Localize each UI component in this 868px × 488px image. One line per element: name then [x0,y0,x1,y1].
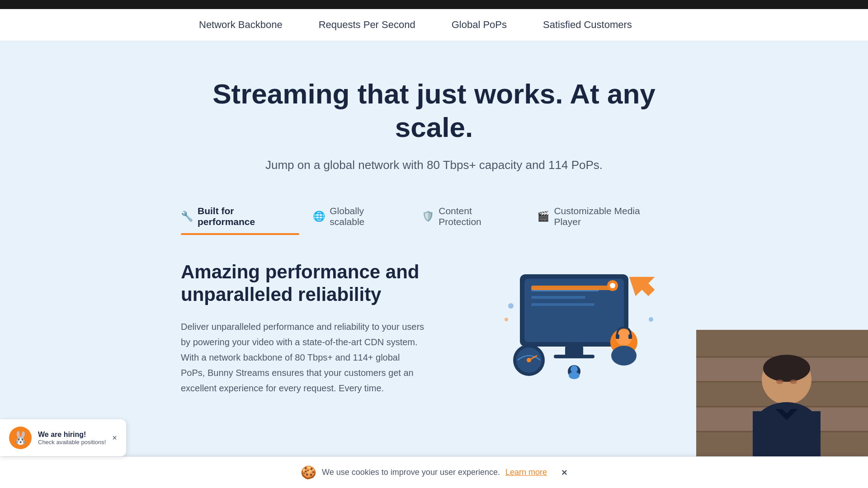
svg-rect-5 [531,286,617,290]
top-bar [0,0,868,9]
svg-rect-12 [616,334,619,339]
hiring-text-block: We are hiring! Check available positions… [38,431,106,446]
tab-built-for-performance-label: Built for performance [198,206,287,227]
nav-item-requests-per-second[interactable]: Requests Per Second [301,9,434,41]
svg-point-21 [569,372,580,379]
tab-built-for-performance[interactable]: 🔧 Built for performance [181,199,299,234]
tab-globally-scalable-label: Globally scalable [330,206,396,227]
hero-title: Streaming that just works. At any scale. [181,77,687,145]
protection-icon: 🛡️ [422,211,434,222]
nav-bar: Network Backbone Requests Per Second Glo… [0,9,868,41]
svg-marker-22 [623,264,661,302]
svg-point-39 [790,380,797,384]
cookie-text: We use cookies to improve your user expe… [322,468,500,477]
svg-point-38 [776,380,783,384]
video-overlay [696,330,868,456]
svg-point-14 [611,346,637,366]
tab-customizable-media-player-label: Customizable Media Player [554,206,661,227]
cookie-close-button[interactable]: × [561,467,567,479]
svg-point-24 [505,318,508,321]
hiring-banner: 🐰 We are hiring! Check available positio… [0,419,126,456]
hiring-title: We are hiring! [38,431,106,439]
illustration [484,261,665,387]
feature-image [461,261,687,387]
nav-item-network-backbone[interactable]: Network Backbone [181,9,301,41]
tab-content-protection[interactable]: 🛡️ Content Protection [422,199,524,234]
tab-content-protection-label: Content Protection [439,206,511,227]
svg-point-23 [508,303,514,309]
nav-inner: Network Backbone Requests Per Second Glo… [181,9,687,41]
svg-point-25 [649,317,653,322]
video-placeholder [696,330,868,456]
svg-rect-4 [531,303,594,306]
svg-rect-7 [554,355,594,358]
tab-navigation: 🔧 Built for performance 🌐 Globally scala… [181,199,687,234]
media-player-icon: 🎬 [537,211,549,222]
scalable-icon: 🌐 [313,211,325,222]
svg-rect-13 [628,334,632,339]
feature-section: Amazing performance andunparalleled reli… [181,234,687,414]
feature-title: Amazing performance andunparalleled reli… [181,261,425,306]
feature-description: Deliver unparalleled performance and rel… [181,319,425,396]
cookie-banner: 🍪 We use cookies to improve your user ex… [0,457,868,488]
svg-point-37 [763,355,810,382]
performance-icon: 🔧 [181,211,193,222]
cookie-icon: 🍪 [301,465,316,480]
svg-rect-6 [565,347,583,356]
cookie-learn-more-link[interactable]: Learn more [505,468,547,477]
hiring-close-button[interactable]: × [112,433,117,443]
svg-rect-3 [531,296,585,299]
svg-point-9 [610,283,615,288]
hero-subtitle: Jump on a global network with 80 Tbps+ c… [181,158,687,172]
tab-customizable-media-player[interactable]: 🎬 Customizable Media Player [537,199,674,234]
nav-item-satisfied-customers[interactable]: Satisfied Customers [525,9,650,41]
tab-globally-scalable[interactable]: 🌐 Globally scalable [313,199,408,234]
svg-rect-27 [696,330,868,357]
svg-point-20 [571,366,578,373]
svg-point-18 [527,358,531,362]
hiring-subtitle: Check available positions! [38,439,106,446]
hiring-avatar: 🐰 [9,427,32,449]
nav-item-global-pops[interactable]: Global PoPs [434,9,525,41]
feature-text: Amazing performance andunparalleled reli… [181,261,425,396]
